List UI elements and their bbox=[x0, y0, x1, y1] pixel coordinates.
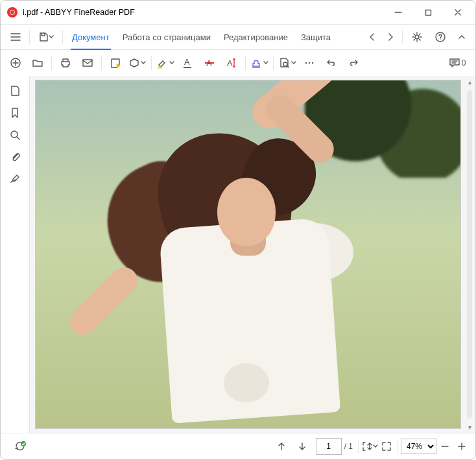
chevron-down-icon bbox=[49, 35, 54, 39]
separator bbox=[398, 439, 398, 454]
hamburger-button[interactable] bbox=[5, 25, 27, 49]
open-button[interactable] bbox=[27, 50, 49, 76]
fit-page-icon bbox=[361, 441, 373, 452]
chevron-down-icon bbox=[373, 444, 378, 448]
svg-point-10 bbox=[305, 62, 307, 64]
add-button[interactable] bbox=[5, 50, 27, 76]
svg-text:A: A bbox=[227, 58, 233, 68]
window-controls bbox=[383, 1, 473, 24]
comments-panel-button[interactable]: 0 bbox=[443, 50, 471, 76]
hamburger-icon bbox=[10, 32, 21, 42]
tab-edit[interactable]: Редактирование bbox=[217, 25, 294, 49]
statusbar: / 1 47% bbox=[1, 433, 475, 459]
underline-icon: A bbox=[182, 57, 193, 69]
close-icon bbox=[454, 8, 462, 16]
svg-rect-0 bbox=[425, 10, 431, 15]
hexagon-icon bbox=[129, 58, 139, 68]
dots-icon bbox=[305, 61, 314, 65]
scroll-up-icon[interactable]: ▴ bbox=[464, 76, 475, 88]
svg-point-13 bbox=[11, 131, 18, 138]
note-button[interactable] bbox=[104, 50, 126, 76]
separator bbox=[151, 56, 152, 70]
attachments-panel-button[interactable] bbox=[5, 146, 25, 168]
left-sidebar bbox=[1, 76, 30, 433]
chevron-right-icon bbox=[387, 33, 394, 41]
undo-button[interactable] bbox=[320, 50, 342, 76]
maximize-button[interactable] bbox=[413, 1, 443, 24]
text-button[interactable]: A bbox=[220, 50, 243, 76]
tab-document[interactable]: Документ bbox=[65, 25, 116, 49]
page-search-icon bbox=[278, 57, 290, 69]
bookmarks-panel-button[interactable] bbox=[5, 102, 25, 124]
printer-icon bbox=[60, 57, 71, 69]
zoom-out-button[interactable] bbox=[436, 438, 453, 455]
collapse-ribbon-button[interactable] bbox=[452, 25, 471, 49]
nav-forward-button[interactable] bbox=[381, 25, 399, 49]
titlebar: i.pdf - ABBYY FineReader PDF bbox=[1, 1, 475, 24]
close-button[interactable] bbox=[443, 1, 473, 24]
pages-panel-button[interactable] bbox=[5, 80, 25, 102]
redo-icon bbox=[348, 58, 359, 67]
scroll-track[interactable] bbox=[467, 90, 472, 418]
highlighter-icon bbox=[156, 57, 168, 69]
fit-page-button[interactable] bbox=[361, 438, 378, 455]
svg-rect-4 bbox=[83, 60, 92, 66]
zoom-in-button[interactable] bbox=[453, 438, 470, 455]
stamp-icon bbox=[250, 57, 262, 69]
document-canvas[interactable]: ▴ ▾ bbox=[30, 76, 475, 433]
underline-button[interactable]: A bbox=[176, 50, 198, 76]
undo-icon bbox=[326, 58, 337, 67]
save-button[interactable] bbox=[32, 25, 60, 49]
gear-icon bbox=[411, 31, 423, 43]
signatures-panel-button[interactable] bbox=[5, 168, 25, 190]
toolbar: A A A 0 bbox=[1, 50, 475, 76]
redo-button[interactable] bbox=[342, 50, 364, 76]
comment-icon bbox=[449, 58, 460, 68]
prev-page-button[interactable] bbox=[273, 438, 290, 455]
zoom-select[interactable]: 47% bbox=[401, 439, 436, 454]
chevron-down-icon bbox=[263, 61, 268, 65]
strikethrough-button[interactable]: A bbox=[198, 50, 220, 76]
minimize-button[interactable] bbox=[383, 1, 413, 24]
background-task-button[interactable] bbox=[10, 437, 30, 456]
stamp-button[interactable] bbox=[248, 50, 270, 76]
vertical-scrollbar[interactable]: ▴ ▾ bbox=[464, 76, 475, 433]
svg-text:A: A bbox=[184, 57, 190, 67]
more-button[interactable] bbox=[298, 50, 320, 76]
main-area: ▴ ▾ bbox=[1, 76, 475, 433]
fullscreen-button[interactable] bbox=[378, 438, 395, 455]
print-button[interactable] bbox=[54, 50, 77, 76]
settings-button[interactable] bbox=[405, 25, 429, 49]
tab-pages[interactable]: Работа со страницами bbox=[116, 25, 217, 49]
separator bbox=[101, 56, 102, 70]
strikethrough-icon: A bbox=[204, 57, 215, 69]
page-total-label: / 1 bbox=[344, 442, 353, 451]
plus-circle-icon bbox=[10, 57, 21, 69]
mail-icon bbox=[82, 58, 93, 67]
fullscreen-icon bbox=[381, 441, 392, 452]
minimize-icon bbox=[394, 8, 402, 16]
shape-button[interactable] bbox=[126, 50, 149, 76]
separator bbox=[245, 56, 246, 70]
next-page-button[interactable] bbox=[294, 438, 311, 455]
nav-back-button[interactable] bbox=[363, 25, 381, 49]
page-number-input[interactable] bbox=[316, 438, 342, 455]
help-button[interactable] bbox=[429, 25, 452, 49]
search-panel-button[interactable] bbox=[5, 124, 25, 146]
chevron-left-icon bbox=[369, 33, 375, 41]
app-window: i.pdf - ABBYY FineReader PDF Документ Ра… bbox=[0, 0, 476, 460]
svg-point-14 bbox=[21, 441, 26, 446]
text-cursor-icon: A bbox=[226, 57, 237, 69]
image-content bbox=[217, 178, 276, 246]
separator bbox=[358, 439, 359, 454]
separator bbox=[51, 56, 52, 70]
refresh-check-icon bbox=[14, 440, 27, 453]
tab-protect[interactable]: Защита bbox=[294, 25, 337, 49]
highlight-button[interactable] bbox=[154, 50, 176, 76]
svg-point-11 bbox=[309, 62, 310, 64]
menubar: Документ Работа со страницами Редактиров… bbox=[1, 24, 475, 50]
find-button[interactable] bbox=[276, 50, 298, 76]
scroll-down-icon[interactable]: ▾ bbox=[464, 421, 475, 433]
separator bbox=[29, 30, 30, 44]
mail-button[interactable] bbox=[77, 50, 99, 76]
